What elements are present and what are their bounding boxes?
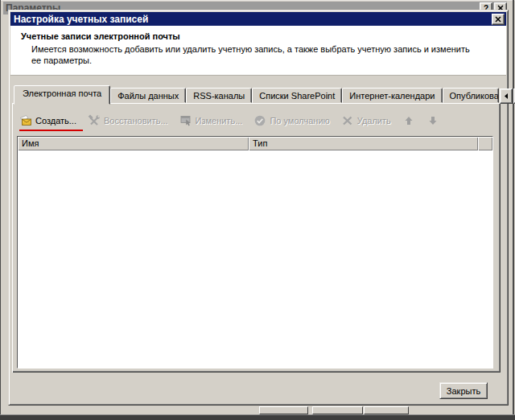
tab-page-email: Создать... Восстановить... xyxy=(12,103,501,373)
tab-internet-calendars[interactable]: Интернет-календари xyxy=(342,88,442,103)
change-button: Изменить... xyxy=(179,114,243,127)
move-down-button xyxy=(426,114,439,127)
tab-strip: Электронная почта Файлы данных RSS-канал… xyxy=(14,85,515,105)
tab-rss-feeds[interactable]: RSS-каналы xyxy=(186,88,252,103)
dialog-header: Учетные записи электронной почты Имеется… xyxy=(10,26,506,76)
create-button-label: Создать... xyxy=(35,116,76,126)
red-underline-annotation xyxy=(19,130,83,131)
dialog-close-button[interactable] xyxy=(492,14,505,25)
change-button-label: Изменить... xyxy=(196,116,243,126)
tab-email[interactable]: Электронная почта xyxy=(14,85,110,105)
delete-x-icon xyxy=(341,114,354,127)
set-default-button: По умолчанию xyxy=(253,114,329,127)
header-description-line2: ее параметры. xyxy=(31,56,92,65)
dialog-titlebar[interactable]: Настройка учетных записей xyxy=(10,12,506,26)
dialog-title: Настройка учетных записей xyxy=(14,14,490,25)
background-button-partial xyxy=(259,406,308,414)
background-button-partial xyxy=(312,406,363,414)
create-button[interactable]: Создать... xyxy=(19,114,76,127)
tab-data-files[interactable]: Файлы данных xyxy=(110,88,186,103)
close-icon xyxy=(495,16,501,23)
repair-button: Восстановить... xyxy=(88,114,168,127)
repair-button-label: Восстановить... xyxy=(104,116,168,126)
down-arrow-icon xyxy=(426,114,439,127)
toolbar: Создать... Восстановить... xyxy=(19,113,439,128)
header-description-line1: Имеется возможность добавить или удалить… xyxy=(31,44,470,54)
column-header-filler xyxy=(478,137,492,150)
screen: Параметры ? Настройка учетных записей Уч… xyxy=(0,0,515,420)
crossed-tools-icon xyxy=(88,114,101,127)
list-header: Имя Тип xyxy=(18,137,492,150)
account-settings-dialog: Настройка учетных записей Учетные записи… xyxy=(8,10,509,406)
delete-button-label: Удалить xyxy=(357,116,391,126)
window-right-border xyxy=(513,0,514,420)
move-up-button xyxy=(402,114,415,127)
tab-sharepoint-lists[interactable]: Списки SharePoint xyxy=(252,88,342,103)
circle-check-icon xyxy=(253,114,266,127)
delete-button: Удалить xyxy=(341,114,391,127)
close-dialog-button[interactable]: Закрыть xyxy=(439,382,488,399)
tab-published-calendars[interactable]: Опубликова xyxy=(443,88,499,103)
column-header-type[interactable]: Тип xyxy=(249,137,478,150)
up-arrow-icon xyxy=(402,114,415,127)
tab-scroll-left-button[interactable] xyxy=(500,89,513,104)
left-triangle-icon xyxy=(503,93,509,100)
column-header-name[interactable]: Имя xyxy=(18,137,249,150)
form-pointer-icon xyxy=(179,114,192,127)
header-title: Учетные записи электронной почты xyxy=(21,31,180,41)
new-mail-envelope-icon xyxy=(19,114,32,127)
accounts-list: Имя Тип xyxy=(17,136,493,369)
set-default-button-label: По умолчанию xyxy=(270,116,329,126)
list-body[interactable] xyxy=(18,150,492,368)
background-button-partial xyxy=(364,406,409,414)
window-bottom-border xyxy=(0,414,515,420)
